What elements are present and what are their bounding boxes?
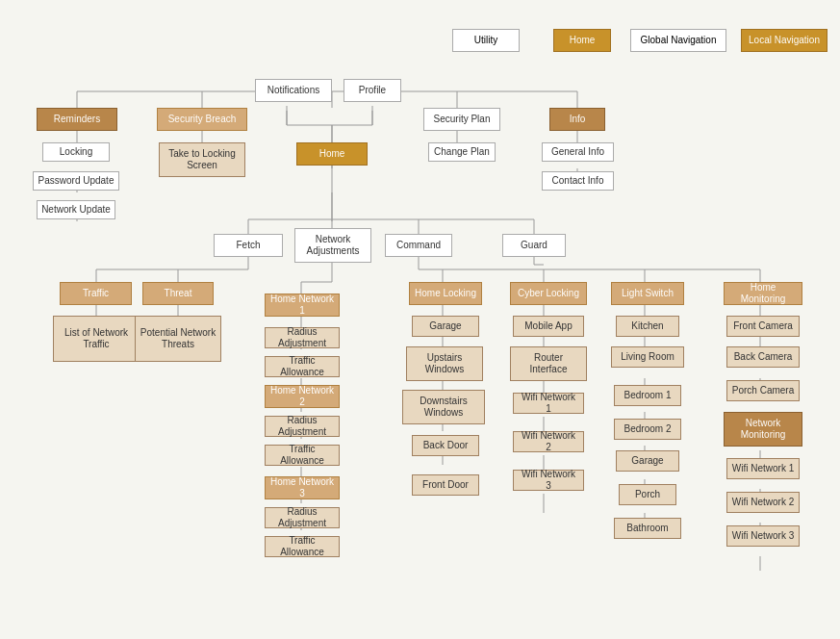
potential-network-node: Potential Network Threats xyxy=(135,316,221,362)
profile-node: Profile xyxy=(344,79,401,102)
locking-node: Locking xyxy=(42,142,110,162)
upstairs-windows-node: Upstairs Windows xyxy=(406,346,483,381)
light-switch-node: Light Switch xyxy=(611,282,684,305)
traffic-label: Traffic xyxy=(83,288,109,299)
legend-global-label: Global Navigation xyxy=(641,35,717,46)
garage-node: Garage xyxy=(412,316,479,337)
diagram-canvas: Utility Home Global Navigation Local Nav… xyxy=(0,0,840,639)
home-monitoring-label: Home Monitoring xyxy=(728,282,798,305)
upstairs-windows-label: Upstairs Windows xyxy=(411,352,478,375)
light-switch-label: Light Switch xyxy=(622,288,674,299)
bedroom-1-label: Bedroom 1 xyxy=(624,390,672,401)
front-door-label: Front Door xyxy=(422,479,469,491)
change-plan-node: Change Plan xyxy=(428,142,496,162)
radius-adj-1-label: Radius Adjustment xyxy=(269,326,335,349)
security-plan-label: Security Plan xyxy=(434,114,491,125)
notifications-label: Notifications xyxy=(267,85,319,96)
threat-node: Threat xyxy=(142,282,214,305)
wifi-network-1a-label: Wifi Network 1 xyxy=(518,392,579,415)
traffic-allow-1-label: Traffic Allowance xyxy=(269,355,335,378)
legend-local-label: Local Navigation xyxy=(749,35,820,46)
take-to-locking-label: Take to Locking Screen xyxy=(164,148,241,171)
profile-label: Profile xyxy=(359,85,386,96)
front-door-node: Front Door xyxy=(412,474,479,496)
traffic-allow-3-node: Traffic Allowance xyxy=(265,536,340,557)
home-network-1-node: Home Network 1 xyxy=(265,294,340,317)
living-room-node: Living Room xyxy=(611,346,684,368)
reminders-label: Reminders xyxy=(54,114,100,125)
password-update-label: Password Update xyxy=(38,175,115,187)
porch-node: Porch xyxy=(619,484,676,505)
wifi-network-2b-node: Wifi Network 2 xyxy=(726,492,800,513)
front-camera-label: Front Camera xyxy=(733,320,793,332)
network-monitoring-node: Network Monitoring xyxy=(724,412,802,447)
password-update-node: Password Update xyxy=(33,171,119,191)
contact-info-node: Contact Info xyxy=(542,171,614,191)
router-interface-label: Router Interface xyxy=(515,352,582,375)
home-locking-label: Home Locking xyxy=(415,288,476,299)
home-locking-node: Home Locking xyxy=(409,282,482,305)
bathroom-node: Bathroom xyxy=(614,518,681,539)
security-breach-node: Security Breach xyxy=(157,108,247,131)
network-adjustments-node: Network Adjustments xyxy=(294,228,371,263)
command-label: Command xyxy=(396,240,441,251)
garage-ls-label: Garage xyxy=(631,455,663,467)
fetch-label: Fetch xyxy=(236,240,260,251)
wifi-network-3a-node: Wifi Network 3 xyxy=(513,470,584,491)
contact-info-label: Contact Info xyxy=(552,175,604,187)
downstairs-windows-label: Downstairs Windows xyxy=(407,396,480,419)
home-network-3-node: Home Network 3 xyxy=(265,476,340,499)
home-network-2-label: Home Network 2 xyxy=(269,385,335,408)
radius-adj-2-label: Radius Adjustment xyxy=(269,415,335,438)
traffic-allow-1-node: Traffic Allowance xyxy=(265,356,340,377)
command-node: Command xyxy=(385,234,452,257)
kitchen-node: Kitchen xyxy=(616,316,679,337)
threat-label: Threat xyxy=(165,288,192,299)
home-center-label: Home xyxy=(319,148,345,160)
back-door-label: Back Door xyxy=(423,440,469,451)
info-node: Info xyxy=(549,108,605,131)
traffic-allow-2-node: Traffic Allowance xyxy=(265,445,340,466)
traffic-allow-2-label: Traffic Allowance xyxy=(269,444,335,467)
reminders-node: Reminders xyxy=(37,108,117,131)
radius-adj-2-node: Radius Adjustment xyxy=(265,416,340,437)
back-door-node: Back Door xyxy=(412,435,479,456)
info-label: Info xyxy=(570,114,586,125)
garage-label: Garage xyxy=(429,320,461,332)
traffic-allow-3-label: Traffic Allowance xyxy=(269,535,335,558)
wifi-network-3b-label: Wifi Network 3 xyxy=(732,530,794,542)
potential-network-label: Potential Network Threats xyxy=(140,327,216,350)
mobile-app-node: Mobile App xyxy=(513,316,584,337)
wifi-network-1b-node: Wifi Network 1 xyxy=(726,458,800,479)
wifi-network-2b-label: Wifi Network 2 xyxy=(732,497,794,508)
take-to-locking-node: Take to Locking Screen xyxy=(159,142,245,177)
network-update-node: Network Update xyxy=(37,200,115,219)
bedroom-2-label: Bedroom 2 xyxy=(624,423,672,435)
wifi-network-1a-node: Wifi Network 1 xyxy=(513,393,584,414)
fetch-node: Fetch xyxy=(214,234,283,257)
general-info-node: General Info xyxy=(542,142,614,162)
legend-home-label: Home xyxy=(570,35,596,46)
home-network-2-node: Home Network 2 xyxy=(265,385,340,408)
radius-adj-3-node: Radius Adjustment xyxy=(265,507,340,528)
porch-camera-node: Porch Camera xyxy=(726,380,800,401)
home-network-3-label: Home Network 3 xyxy=(269,476,335,499)
traffic-node: Traffic xyxy=(60,282,132,305)
legend-home: Home xyxy=(553,29,611,52)
legend-utility-label: Utility xyxy=(474,35,497,46)
change-plan-label: Change Plan xyxy=(434,146,490,158)
home-network-1-label: Home Network 1 xyxy=(269,294,335,317)
cyber-locking-label: Cyber Locking xyxy=(518,288,579,299)
downstairs-windows-node: Downstairs Windows xyxy=(402,390,485,424)
guard-node: Guard xyxy=(502,234,566,257)
wifi-network-2a-label: Wifi Network 2 xyxy=(518,430,579,453)
mobile-app-label: Mobile App xyxy=(524,320,572,332)
router-interface-node: Router Interface xyxy=(510,346,587,381)
radius-adj-1-node: Radius Adjustment xyxy=(265,327,340,348)
back-camera-label: Back Camera xyxy=(734,351,793,363)
general-info-label: General Info xyxy=(551,146,604,158)
list-network-traffic-node: List of Network Traffic xyxy=(53,316,140,362)
security-breach-label: Security Breach xyxy=(168,114,237,125)
living-room-label: Living Room xyxy=(621,351,675,363)
home-center-node: Home xyxy=(296,142,368,166)
